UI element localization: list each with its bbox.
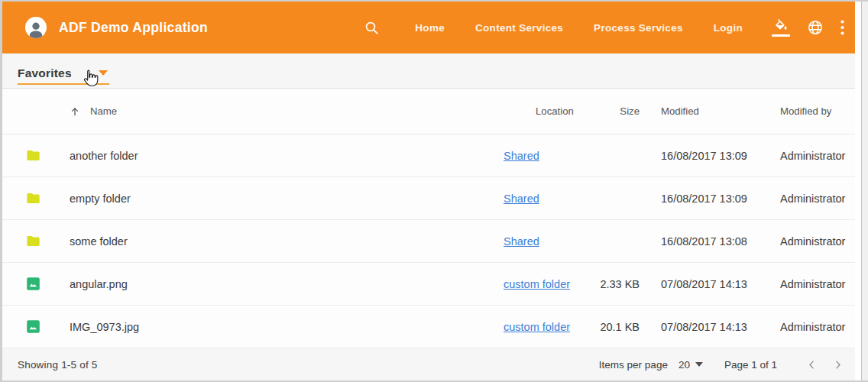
- items-per-page-label: Items per page: [599, 359, 668, 371]
- favorites-tab-underline: [18, 83, 109, 85]
- table-row[interactable]: IMG_0973.jpg custom folder 20.1 KB 07/08…: [2, 306, 861, 348]
- modified-date: 07/08/2017 14:13: [640, 278, 769, 290]
- more-vert-icon[interactable]: [840, 20, 844, 35]
- table-row[interactable]: empty folder Shared 16/08/2017 13:09 Adm…: [2, 177, 861, 220]
- header-nav: Home Content Services Process Services L…: [364, 19, 844, 37]
- modified-date: 16/08/2017 13:09: [640, 150, 769, 162]
- location-link[interactable]: custom folder: [504, 321, 570, 333]
- column-header-size[interactable]: Size: [595, 105, 640, 117]
- modified-date: 16/08/2017 13:09: [640, 193, 769, 205]
- chevron-down-icon: [695, 362, 703, 367]
- sort-ascending-icon: [70, 106, 80, 117]
- image-icon: [25, 319, 41, 335]
- modified-date: 07/08/2017 14:13: [640, 321, 769, 333]
- favorites-dropdown-label: Favorites: [18, 66, 72, 80]
- view-selector-bar: Favorites: [2, 53, 861, 89]
- documents-table: Name Location Size Modified Modified by …: [2, 89, 861, 348]
- modified-by: Administrator: [769, 278, 861, 290]
- table-header-row: Name Location Size Modified Modified by: [2, 89, 861, 134]
- location-link[interactable]: custom folder: [504, 278, 570, 290]
- file-name: some folder: [70, 235, 504, 248]
- language-globe-icon[interactable]: [807, 19, 824, 36]
- user-avatar-icon[interactable]: [25, 17, 47, 38]
- folder-icon: [25, 147, 41, 163]
- theme-picker-icon[interactable]: [772, 19, 790, 37]
- showing-range-label: Showing 1-5 of 5: [18, 359, 98, 371]
- pagination-bar: Showing 1-5 of 5 Items per page 20 Page …: [2, 348, 861, 380]
- modified-by: Administrator: [769, 193, 861, 205]
- location-link[interactable]: Shared: [504, 193, 539, 205]
- column-header-location[interactable]: Location: [504, 105, 595, 117]
- file-name: empty folder: [70, 193, 504, 205]
- app-title: ADF Demo Application: [59, 20, 208, 36]
- items-per-page-value: 20: [679, 359, 690, 371]
- nav-item-home[interactable]: Home: [415, 22, 445, 34]
- modified-by: Administrator: [769, 235, 861, 248]
- column-header-name[interactable]: Name: [70, 105, 504, 117]
- image-icon: [25, 276, 41, 292]
- scroll-gutter: [855, 2, 861, 380]
- nav-item-content-services[interactable]: Content Services: [475, 22, 563, 34]
- modified-by: Administrator: [769, 150, 861, 162]
- app-header: ADF Demo Application Home Content Servic…: [2, 2, 861, 53]
- file-name: another folder: [70, 150, 504, 162]
- items-per-page-select[interactable]: 20: [679, 359, 703, 371]
- chevron-down-icon: [99, 70, 108, 76]
- table-row[interactable]: some folder Shared 16/08/2017 13:08 Admi…: [2, 220, 861, 263]
- file-size: 20.1 KB: [595, 321, 640, 333]
- column-header-modified-by[interactable]: Modified by: [769, 105, 861, 117]
- nav-item-process-services[interactable]: Process Services: [594, 22, 683, 34]
- table-row[interactable]: angular.png custom folder 2.33 KB 07/08/…: [2, 263, 861, 306]
- file-size: 2.33 KB: [595, 278, 640, 290]
- modified-date: 16/08/2017 13:08: [640, 235, 769, 248]
- file-name: IMG_0973.jpg: [70, 321, 504, 333]
- modified-by: Administrator: [769, 321, 861, 333]
- chevron-left-icon[interactable]: [802, 354, 821, 374]
- folder-icon: [25, 233, 41, 249]
- app-window: ADF Demo Application Home Content Servic…: [0, 0, 868, 382]
- table-row[interactable]: another folder Shared 16/08/2017 13:09 A…: [2, 134, 861, 177]
- location-link[interactable]: Shared: [504, 150, 539, 162]
- nav-item-login[interactable]: Login: [714, 22, 743, 34]
- search-icon[interactable]: [364, 20, 380, 36]
- chevron-right-icon[interactable]: [828, 354, 847, 374]
- file-name: angular.png: [70, 278, 504, 290]
- favorites-dropdown[interactable]: Favorites: [18, 60, 109, 86]
- table-body: another folder Shared 16/08/2017 13:09 A…: [2, 134, 861, 348]
- folder-icon: [25, 190, 41, 206]
- column-header-modified[interactable]: Modified: [640, 105, 769, 117]
- location-link[interactable]: Shared: [504, 235, 539, 248]
- pager-controls: [795, 354, 847, 374]
- page-status-label: Page 1 of 1: [724, 359, 777, 371]
